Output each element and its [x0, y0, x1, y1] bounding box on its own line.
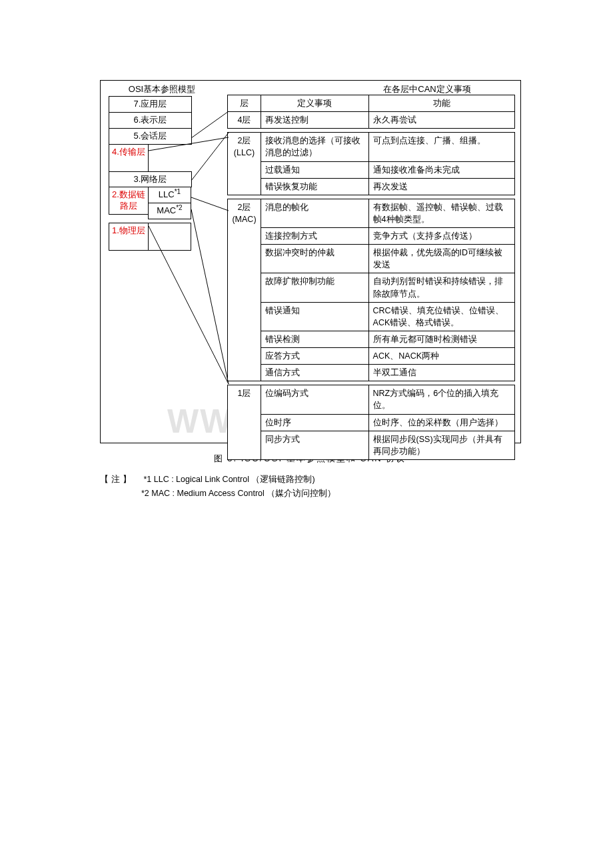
func-cell: NRZ方式编码，6个位的插入填充位。 — [368, 385, 514, 414]
func-cell: 所有单元都可随时检测错误 — [368, 331, 514, 347]
table-row: 过载通知通知接收准备尚未完成 — [228, 161, 515, 178]
table-header-row: 层 定义事项 功能 — [228, 95, 515, 112]
osi-layer-2-row: 2.数据链路层 LLC*1 MAC*2 — [109, 187, 215, 219]
item-cell: 位编码方式 — [261, 385, 368, 414]
osi-layer-2-llc: LLC*1 — [148, 187, 191, 203]
header-func: 功能 — [368, 95, 514, 112]
layer-cell: 2层(LLC) — [228, 133, 261, 195]
osi-layer-2-mac: MAC*2 — [148, 203, 191, 219]
item-cell: 错误检测 — [261, 331, 368, 347]
layer-cell: 2层(MAC) — [228, 199, 261, 381]
item-cell: 同步方式 — [261, 431, 368, 459]
item-cell: 消息的帧化 — [261, 199, 368, 227]
func-cell: 根据同步段(SS)实现同步（并具有再同步功能） — [368, 431, 514, 459]
func-cell: ACK、NACK两种 — [368, 348, 514, 365]
item-cell: 通信方式 — [261, 365, 368, 381]
osi-layer-2: 2.数据链路层 — [109, 187, 149, 215]
notes-block: 【注】 *1 LLC : Logical Link Control （逻辑链路控… — [100, 473, 520, 501]
item-cell: 错误恢复功能 — [261, 178, 368, 195]
func-cell: 半双工通信 — [368, 365, 514, 381]
table-row: 位时序位时序、位的采样数（用户选择） — [228, 414, 515, 431]
table-row: 2层(MAC)消息的帧化有数据帧、遥控帧、错误帧、过载帧4种帧类型。 — [228, 199, 515, 227]
table-row: 错误通知CRC错误、填充位错误、位错误、ACK错误、格式错误。 — [228, 302, 515, 331]
table-row: 应答方式ACK、NACK两种 — [228, 348, 515, 365]
table-row: 错误检测所有单元都可随时检测错误 — [228, 331, 515, 347]
item-cell: 连接控制方式 — [261, 228, 368, 245]
header-item: 定义事项 — [261, 95, 368, 112]
osi-layer-5: 5.会话层 — [109, 128, 192, 145]
item-cell: 再发送控制 — [261, 112, 368, 129]
table-row: 2层(LLC)接收消息的选择（可接收消息的过滤）可点到点连接、广播、组播。 — [228, 133, 515, 161]
table-row: 连接控制方式竞争方式（支持多点传送） — [228, 228, 515, 245]
table-row: 1层位编码方式NRZ方式编码，6个位的插入填充位。 — [228, 385, 515, 414]
func-cell: 根据仲裁，优先级高的ID可继续被发送 — [368, 245, 514, 273]
osi-layer-4: 4.传输层 — [109, 144, 149, 172]
osi-layer-1-row: 1.物理层 — [109, 223, 215, 251]
func-cell: CRC错误、填充位错误、位错误、ACK错误、格式错误。 — [368, 302, 514, 331]
table-row: 数据冲突时的仲裁根据仲裁，优先级高的ID可继续被发送 — [228, 245, 515, 273]
func-cell: 通知接收准备尚未完成 — [368, 161, 514, 178]
func-cell: 可点到点连接、广播、组播。 — [368, 133, 514, 161]
func-cell: 位时序、位的采样数（用户选择） — [368, 414, 514, 431]
table-row: 同步方式根据同步段(SS)实现同步（并具有再同步功能） — [228, 431, 515, 459]
notes-label: 【注】 — [100, 473, 141, 487]
table-row: 错误恢复功能再次发送 — [228, 178, 515, 195]
details-column: 层 定义事项 功能 4层再发送控制永久再尝试2层(LLC)接收消息的选择（可接收… — [227, 95, 515, 460]
layer-cell: 4层 — [228, 112, 261, 129]
layer-cell: 1层 — [228, 385, 261, 460]
item-cell: 位时序 — [261, 414, 368, 431]
table-row: 通信方式半双工通信 — [228, 365, 515, 381]
osi-layer-3: 3.网络层 — [109, 171, 192, 188]
table-row: 故障扩散抑制功能自动判别暂时错误和持续错误，排除故障节点。 — [228, 273, 515, 302]
func-cell: 再次发送 — [368, 178, 514, 195]
osi-title: OSI基本参照模型 — [109, 83, 215, 95]
note-2: *2 MAC : Medium Access Control （媒介访问控制） — [141, 487, 520, 501]
table-row: 4层再发送控制永久再尝试 — [228, 112, 515, 129]
osi-layer-7: 7.应用层 — [109, 96, 192, 113]
item-cell: 应答方式 — [261, 348, 368, 365]
func-cell: 竞争方式（支持多点传送） — [368, 228, 514, 245]
func-cell: 自动判别暂时错误和持续错误，排除故障节点。 — [368, 273, 514, 302]
item-cell: 错误通知 — [261, 302, 368, 331]
func-cell: 永久再尝试 — [368, 112, 514, 129]
header-layer: 层 — [228, 95, 261, 112]
item-cell: 故障扩散抑制功能 — [261, 273, 368, 302]
func-cell: 有数据帧、遥控帧、错误帧、过载帧4种帧类型。 — [368, 199, 514, 227]
osi-layer-1: 1.物理层 — [109, 223, 149, 251]
osi-column: OSI基本参照模型 7.应用层 6.表示层 5.会话层 4.传输层 3.网络层 … — [109, 83, 215, 250]
item-cell: 数据冲突时的仲裁 — [261, 245, 368, 273]
osi-layer-6: 6.表示层 — [109, 112, 192, 129]
item-cell: 接收消息的选择（可接收消息的过滤） — [261, 133, 368, 161]
details-table: 层 定义事项 功能 4层再发送控制永久再尝试2层(LLC)接收消息的选择（可接收… — [227, 95, 515, 460]
note-1: *1 LLC : Logical Link Control （逻辑链路控制) — [143, 475, 314, 484]
item-cell: 过载通知 — [261, 161, 368, 178]
can-title: 在各层中CAN定义事项 — [334, 83, 520, 95]
diagram-container: WWW. OSI基本参照模型 7.应用层 6.表示层 5.会话层 4.传输层 3… — [100, 80, 521, 443]
